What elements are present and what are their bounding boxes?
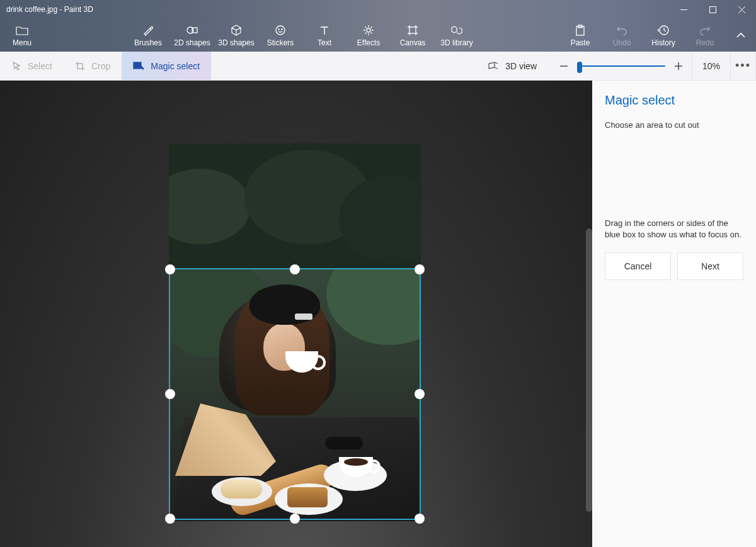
handle-bot-left[interactable] [165,514,175,524]
panel-hint: Drag in the corners or sides of the blue… [605,218,743,240]
svg-point-8 [282,29,282,30]
tool-brushes[interactable]: Brushes [126,19,170,52]
tool-effects[interactable]: Effects [346,19,391,52]
canvas-scrollbar[interactable] [586,228,592,512]
handle-top-mid[interactable] [290,264,300,274]
cancel-button[interactable]: Cancel [605,252,671,280]
window-title: drink coffee.jpg - Paint 3D [0,5,93,14]
library3d-icon [450,23,463,37]
handle-bot-mid[interactable] [290,514,300,524]
svg-rect-14 [134,62,141,69]
tool-2d-shapes[interactable]: 2D shapes [170,19,214,52]
canvas-image[interactable] [169,144,421,521]
more-options-button[interactable]: ••• [731,52,756,80]
redo-icon [699,23,711,37]
svg-rect-10 [410,27,416,33]
handle-mid-right[interactable] [415,389,425,399]
brush-icon [142,23,154,37]
zoom-level[interactable]: 10% [692,52,731,80]
titlebar: drink coffee.jpg - Paint 3D [0,0,756,19]
maximize-button[interactable] [698,0,727,19]
tool-3d-library[interactable]: 3D library [435,19,479,52]
zoom-slider[interactable] [577,65,665,67]
ribbon: Menu Brushes 2D shapes 3D shapes Sticker… [0,19,756,52]
zoom-slider-thumb[interactable] [577,62,582,73]
sub-toolbar: Select Crop Magic select 3D view 10% ••• [0,52,756,81]
svg-point-9 [367,28,370,32]
tool-undo[interactable]: Undo [601,19,643,52]
svg-rect-1 [709,6,716,13]
minimize-button[interactable] [669,0,698,19]
history-icon [658,23,669,37]
shapes3d-icon [231,23,242,37]
undo-icon [616,23,627,37]
3d-view-toggle[interactable]: 3D view [474,52,551,80]
collapse-ribbon-button[interactable] [726,19,756,52]
panel-title: Magic select [605,93,743,108]
canvas-area[interactable] [0,81,592,547]
tool-redo[interactable]: Redo [684,19,726,52]
tool-3d-shapes[interactable]: 3D shapes [214,19,258,52]
svg-point-7 [278,29,279,30]
svg-point-6 [276,26,285,35]
tool-stickers[interactable]: Stickers [258,19,302,52]
selection-box[interactable] [169,268,421,520]
next-button[interactable]: Next [677,252,743,280]
crop-tool[interactable]: Crop [64,52,122,80]
side-panel: Magic select Choose an area to cut out D… [592,81,756,547]
panel-subtitle: Choose an area to cut out [605,120,743,130]
menu-label: Menu [13,38,32,47]
tool-paste[interactable]: Paste [559,19,601,52]
tool-history[interactable]: History [643,19,684,52]
magic-select-tool[interactable]: Magic select [122,52,211,80]
close-button[interactable] [727,0,756,19]
handle-top-right[interactable] [415,264,425,274]
text-icon [319,23,329,37]
select-tool[interactable]: Select [0,52,64,80]
effects-icon [363,23,374,37]
tool-canvas[interactable]: Canvas [391,19,435,52]
zoom-in-button[interactable] [674,62,683,70]
handle-bot-right[interactable] [415,514,425,524]
zoom-out-button[interactable] [559,62,568,70]
handle-top-left[interactable] [165,264,175,274]
menu-button[interactable]: Menu [0,19,44,52]
paste-icon [575,23,585,37]
tool-text[interactable]: Text [302,19,346,52]
shapes2d-icon [186,23,198,37]
handle-mid-left[interactable] [165,389,175,399]
canvas-icon [407,23,418,37]
folder-icon [16,23,28,37]
sticker-icon [275,23,286,37]
